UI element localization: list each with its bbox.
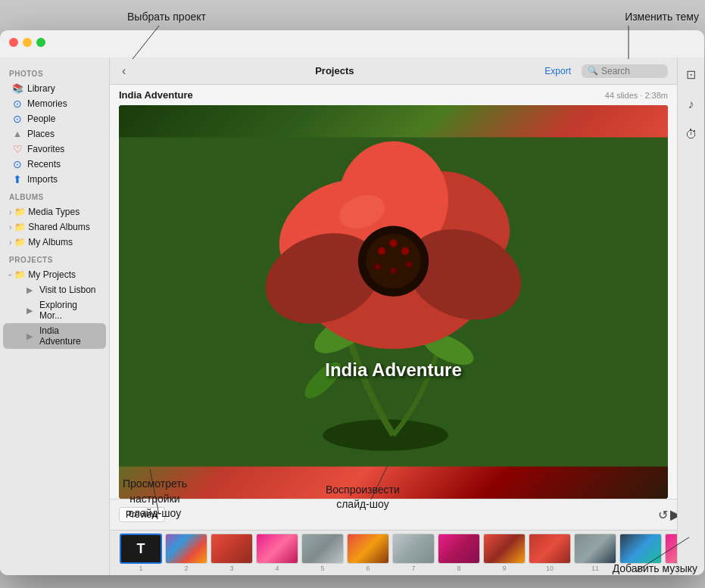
preview-tab[interactable]: Preview	[119, 507, 165, 522]
svg-point-19	[401, 247, 409, 255]
filmstrip-item-8[interactable]: 8	[437, 534, 481, 572]
favorites-icon: ♡	[12, 144, 23, 154]
sidebar-group-my-albums[interactable]: › 📁 My Albums	[3, 235, 106, 250]
svg-point-18	[378, 247, 385, 255]
filmstrip-thumb-7	[392, 534, 435, 564]
svg-point-20	[389, 239, 397, 247]
sidebar-group-my-projects[interactable]: › 📁 My Projects	[3, 267, 106, 282]
right-panel: ⊡ ♪ ⏱	[677, 58, 704, 575]
topbar-title: Projects	[135, 65, 534, 76]
filmstrip-item-1[interactable]: T 1	[119, 534, 163, 572]
filmstrip-item-10[interactable]: 10	[528, 534, 572, 572]
sidebar-item-recents[interactable]: ⊙ Recents	[3, 157, 106, 172]
slide-title: India Adventure	[325, 359, 461, 381]
sidebar-item-people-label: People	[27, 114, 55, 124]
sidebar-item-visit-lisbon[interactable]: ▶ Visit to Lisbon	[3, 282, 106, 297]
sidebar-group-shared-albums-label: Shared Albums	[28, 222, 89, 232]
my-projects-icon: 📁	[14, 269, 25, 280]
sidebar-item-recents-label: Recents	[27, 159, 61, 170]
filmstrip-thumb-11	[574, 534, 616, 564]
filmstrip-thumb-12	[619, 534, 662, 564]
filmstrip-thumb-4	[256, 534, 298, 564]
chevron-icon-3: ›	[9, 238, 11, 247]
poppy-image	[119, 105, 668, 499]
sidebar-item-imports-label: Imports	[27, 174, 58, 185]
filmstrip-item-4[interactable]: 4	[255, 534, 299, 572]
sidebar-item-library[interactable]: 📚 Library	[3, 81, 106, 96]
sidebar-item-library-label: Library	[27, 83, 55, 94]
project-header: India Adventure 44 slides · 2:38m	[110, 85, 677, 105]
filmstrip-thumb-13	[665, 534, 677, 564]
maximize-button[interactable]	[36, 38, 45, 47]
minimize-button[interactable]	[23, 38, 32, 47]
chevron-icon: ›	[9, 208, 11, 216]
filmstrip-num-11: 11	[591, 565, 599, 572]
filmstrip-item-11[interactable]: 11	[573, 534, 617, 572]
my-albums-icon: 📁	[14, 237, 25, 247]
sidebar-item-india-adventure[interactable]: ▶ India Adventure	[3, 323, 106, 349]
filmstrip-num-8: 8	[457, 565, 460, 572]
filmstrip-item-5[interactable]: 5	[301, 534, 345, 572]
search-box: 🔍	[582, 64, 668, 78]
sidebar-item-imports[interactable]: ⬆ Imports	[3, 172, 106, 187]
title-icon: T	[137, 541, 145, 557]
filmstrip: T 1 2	[110, 530, 677, 575]
search-input[interactable]	[601, 66, 662, 76]
sidebar-item-india-adventure-label: India Adventure	[39, 325, 100, 347]
sidebar-item-favorites[interactable]: ♡ Favorites	[3, 142, 106, 157]
chevron-icon-2: ›	[9, 223, 11, 232]
svg-point-22	[406, 261, 412, 267]
filmstrip-num-2: 2	[184, 565, 188, 572]
places-icon: ▲	[12, 129, 23, 139]
photos-section-label: Photos	[0, 64, 109, 81]
filmstrip-item-3[interactable]: 3	[210, 534, 254, 572]
filmstrip-item-6[interactable]: 6	[346, 534, 390, 572]
project-name: India Adventure	[119, 89, 193, 101]
timing-icon: ⏱	[685, 128, 697, 142]
timing-button[interactable]: ⏱	[681, 124, 702, 145]
music-button[interactable]: ♪	[681, 94, 702, 115]
slideshow-preview: India Adventure	[119, 105, 668, 499]
sidebar-item-memories[interactable]: ⊙ Memories	[3, 96, 106, 111]
slideshow-icon-1: ▶	[24, 285, 35, 295]
back-button[interactable]: ‹	[119, 64, 129, 78]
filmstrip-item-2[interactable]: 2	[164, 534, 208, 572]
filmstrip-thumb-8	[438, 534, 480, 564]
filmstrip-num-10: 10	[546, 565, 554, 572]
sidebar-group-media-types[interactable]: › 📁 Media Types	[3, 204, 106, 219]
play-button[interactable]: ▶	[665, 504, 677, 525]
filmstrip-item-9[interactable]: 9	[482, 534, 526, 572]
memories-icon: ⊙	[12, 98, 23, 109]
filmstrip-thumb-1: T	[120, 534, 162, 564]
filmstrip-thumb-9	[483, 534, 526, 564]
filmstrip-num-7: 7	[411, 565, 415, 572]
library-icon: 📚	[12, 83, 23, 94]
svg-point-23	[390, 267, 396, 273]
sidebar-item-places[interactable]: ▲ Places	[3, 126, 106, 142]
filmstrip-item-13[interactable]: 13	[664, 534, 677, 572]
project-meta: 44 slides · 2:38m	[605, 91, 668, 100]
filmstrip-num-4: 4	[275, 565, 279, 572]
close-button[interactable]	[9, 38, 18, 47]
topbar: ‹ Projects Export 🔍	[110, 58, 677, 85]
sidebar-item-exploring[interactable]: ▶ Exploring Mor...	[3, 297, 106, 323]
filmstrip-item-12[interactable]: 12	[619, 534, 663, 572]
slideshow-settings-button[interactable]: ⊡	[681, 64, 702, 85]
filmstrip-num-5: 5	[320, 565, 324, 572]
music-icon: ♪	[688, 98, 694, 111]
export-button[interactable]: Export	[540, 64, 576, 78]
slideshow-icon-3: ▶	[24, 331, 35, 341]
filmstrip-thumb-3	[211, 534, 253, 564]
filmstrip-item-7[interactable]: 7	[391, 534, 435, 572]
sidebar-item-places-label: Places	[27, 129, 55, 139]
recents-icon: ⊙	[12, 159, 23, 170]
slideshow-settings-icon: ⊡	[686, 67, 696, 82]
project-area: India Adventure 44 slides · 2:38m	[110, 85, 677, 575]
sidebar-item-people[interactable]: ⊙ People	[3, 111, 106, 126]
sidebar-item-exploring-label: Exploring Mor...	[39, 300, 100, 321]
filmstrip-thumb-6	[347, 534, 389, 564]
app-window: Photos 📚 Library ⊙ Memories ⊙ People ▲ P…	[0, 30, 704, 575]
chevron-down-icon: ›	[6, 273, 14, 275]
sidebar-group-shared-albums[interactable]: › 📁 Shared Albums	[3, 219, 106, 235]
sidebar-item-favorites-label: Favorites	[27, 144, 64, 154]
